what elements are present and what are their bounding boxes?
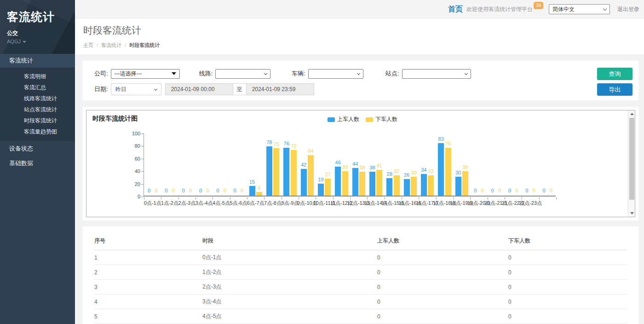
date-to-input[interactable]: 2024-01-09 23:59 (246, 83, 314, 95)
y-axis-tick (141, 184, 144, 185)
bar-boarding (421, 174, 427, 196)
scrollbar-up-button[interactable] (628, 110, 635, 117)
date-preset-select[interactable]: 昨日 (111, 83, 161, 95)
sidebar-item[interactable]: 基础数据 (0, 156, 75, 171)
sidebar: 客流统计 公交 AQGJ 客流统计 客流明细客流汇总线路客流统计站点客流统计时段… (0, 0, 75, 324)
bar-boarding (352, 168, 358, 196)
stats-table: 序号时段上车人数下车人数 10点-1点0021点-2点0032点-3点0043点… (94, 231, 627, 324)
x-axis-tick (522, 197, 522, 199)
table-cell: 4 (94, 295, 202, 309)
table-panel: 序号时段上车人数下车人数 10点-1点0021点-2点0032点-3点0043点… (83, 226, 638, 324)
table-column-header: 上车人数 (377, 231, 508, 250)
x-axis-tick (436, 197, 437, 199)
breadcrumb-link[interactable]: 主页 (83, 42, 93, 48)
date-range-separator: 至 (233, 83, 246, 95)
table-cell: 2点-3点 (202, 280, 377, 295)
bar-value-label: 15 (246, 179, 259, 185)
legend-swatch-icon (328, 117, 335, 122)
table-cell: 4点-5点 (202, 309, 377, 324)
table-cell: 0 (377, 265, 508, 280)
bar-value-label: 0 (236, 188, 248, 193)
sidebar-submenu-item[interactable]: 客流汇总 (0, 82, 75, 93)
sidebar-submenu-item[interactable]: 客流明细 (0, 71, 75, 82)
table-column-header: 下车人数 (508, 231, 627, 250)
breadcrumb-link[interactable]: 客流统计 (101, 42, 121, 48)
bar-alighting (325, 179, 331, 196)
bar-value-label: 32 (425, 168, 437, 174)
arrow-down-icon (630, 212, 634, 214)
bar-boarding (335, 167, 341, 196)
table-cell: 0 (508, 309, 627, 324)
breadcrumb-separator: / (97, 42, 98, 48)
chart-scrollbar[interactable] (628, 110, 635, 217)
y-axis-tick (141, 146, 144, 146)
sidebar-submenu-item[interactable]: 线路客流统计 (0, 93, 75, 104)
bar-alighting (462, 171, 468, 196)
sidebar-item[interactable]: 设备状态 (0, 141, 75, 156)
chart-legend: 上车人数下车人数 (328, 116, 404, 123)
query-button[interactable]: 查询 (597, 68, 632, 80)
vehicle-select[interactable] (308, 69, 363, 79)
welcome-text: 欢迎使用客流统计管理平台 (466, 6, 533, 13)
y-axis-tick (141, 159, 144, 159)
bar-alighting (256, 192, 262, 196)
station-select[interactable] (402, 69, 471, 79)
legend-item[interactable]: 上车人数 (328, 116, 359, 123)
scrollbar-thumb[interactable] (629, 118, 634, 200)
x-axis-tick (505, 197, 505, 199)
x-axis-tick (161, 197, 161, 199)
table-row: 10点-1点00 (94, 250, 627, 265)
table-cell: 2 (94, 265, 202, 280)
table-cell: 0 (377, 250, 508, 265)
y-axis-tick (141, 197, 144, 197)
company-select[interactable]: ---请选择--- (111, 69, 180, 79)
sidebar-items: 设备状态基础数据 (0, 141, 75, 171)
bar-value-label: 0 (545, 188, 558, 193)
sidebar-submenu-item[interactable]: 时段客流统计 (0, 115, 75, 126)
bar-boarding (266, 146, 272, 196)
table-cell: 0 (508, 280, 627, 295)
sidebar-logo-area: 客流统计 公交 AQGJ (0, 0, 75, 54)
x-axis-tick (556, 197, 557, 199)
table-cell: 0 (377, 309, 508, 324)
org-code-label: AQGJ (7, 39, 21, 44)
line-label: 线路: (199, 69, 213, 78)
export-button[interactable]: 导出 (597, 83, 632, 96)
table-cell: 5 (94, 309, 202, 324)
table-row: 43点-4点00 (94, 295, 627, 309)
x-axis-tick (213, 197, 213, 199)
bar-alighting (291, 150, 297, 196)
x-axis-tick (282, 197, 282, 199)
table-row: 54点-5点00 (94, 309, 627, 324)
sidebar-submenu: 客流明细客流汇总线路客流统计站点客流统计时段客流统计客流量趋势图 (0, 68, 75, 141)
x-axis-tick (196, 197, 196, 199)
x-axis-tick (385, 197, 385, 199)
line-select[interactable] (215, 69, 270, 79)
language-select[interactable]: 简体中文 (549, 4, 610, 14)
date-from-input[interactable]: 2024-01-09 00:00 (165, 83, 233, 95)
legend-item[interactable]: 下车人数 (366, 116, 397, 123)
date-preset-value: 昨日 (115, 86, 126, 93)
home-link[interactable]: 首页 (448, 5, 463, 14)
y-axis-tick-label: 20 (122, 181, 140, 187)
vehicle-label: 车辆: (292, 69, 305, 78)
y-axis-tick-label: 60 (122, 156, 140, 162)
table-cell: 1 (94, 250, 202, 265)
sidebar-submenu-item[interactable]: 客流量趋势图 (0, 126, 75, 137)
logout-link[interactable]: 退出登录 (617, 6, 639, 13)
x-axis-tick (178, 197, 179, 199)
chevron-down-icon (357, 71, 360, 75)
scrollbar-down-button[interactable] (628, 210, 635, 217)
chart-panel: 时段车流统计图 上车人数下车人数 0204060801000点-1点001点-2… (83, 107, 638, 220)
org-code-dropdown[interactable]: AQGJ (7, 39, 68, 44)
sidebar-section-passenger-stats[interactable]: 客流统计 (0, 54, 75, 68)
bar-boarding (301, 169, 307, 196)
org-name: 公交 (7, 29, 68, 37)
notification-badge[interactable]: 34 (534, 2, 543, 9)
breadcrumb-separator: / (125, 42, 126, 48)
bar-chart-plot: 0204060801000点-1点001点-2点002点-3点003点-4点00… (144, 133, 556, 197)
table-cell: 0 (508, 250, 627, 265)
bar-alighting (394, 175, 400, 196)
sidebar-submenu-item[interactable]: 站点客流统计 (0, 104, 75, 115)
x-axis-tick (247, 197, 247, 199)
